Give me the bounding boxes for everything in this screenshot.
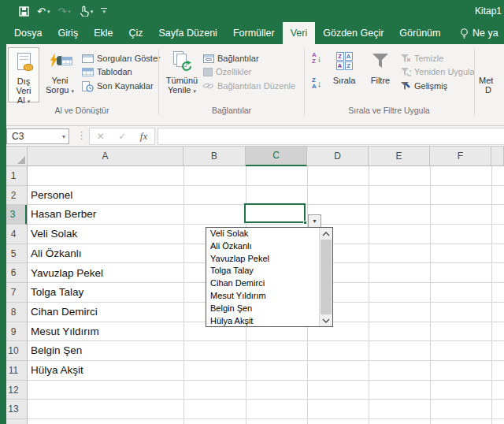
metni-label-1: Met [479, 76, 504, 85]
dropdown-item[interactable]: Mesut Yıldırım [206, 290, 319, 303]
tablodan-button[interactable]: Tablodan [82, 65, 132, 78]
show-queries-icon [82, 54, 94, 63]
dropdown-item[interactable]: Yavuzlap Pekel [206, 253, 319, 266]
sorgulari-goster-button[interactable]: Sorguları Göster [82, 52, 161, 65]
cell-a8[interactable]: Cihan Demirci [31, 303, 98, 322]
tab-sayfa-duzeni[interactable]: Sayfa Düzeni [151, 22, 225, 44]
dis-veri-caret-icon: ▾ [28, 99, 31, 104]
temizle-button[interactable]: Temizle [400, 52, 443, 65]
ribbon: Dış Veri Al ▾ Yeni Sorgu ▾ Sorguları Gös… [0, 44, 504, 126]
yeni-sorgu-button[interactable]: Yeni Sorgu ▾ [41, 47, 79, 102]
cell-a10[interactable]: Belgin Şen [31, 341, 82, 361]
connections-icon [203, 54, 214, 63]
yeniden-uygula-label: Yeniden Uygula [414, 67, 475, 76]
formula-input[interactable] [158, 128, 504, 145]
metni-sutunlara-button[interactable]: Met D [479, 47, 504, 102]
tab-veri[interactable]: Veri [283, 22, 316, 44]
customize-qat-button[interactable]: ▾ [101, 8, 107, 14]
tell-me-box[interactable]: Ne ya [459, 22, 504, 44]
baglantilari-duzenle-button[interactable]: Bağlantıları Düzenle [203, 80, 295, 92]
dis-veri-al-button[interactable]: Dış Veri Al ▾ [8, 47, 39, 102]
tab-gozden-gecir[interactable]: Gözden Geçir [315, 22, 391, 44]
son-kaynaklar-label: Son Kaynaklar [97, 81, 154, 91]
gridline [491, 166, 492, 424]
undo-button[interactable]: ↶ ▾ [37, 6, 50, 17]
baglantilar-button[interactable]: Bağlantılar [203, 52, 259, 65]
dropdown-item[interactable]: Ali Özkanlı [206, 240, 319, 253]
redo-caret-icon: ▾ [68, 9, 71, 14]
column-headers: A B C D E F [0, 147, 504, 166]
column-header-e[interactable]: E [369, 147, 430, 166]
tab-ciz[interactable]: Çiz [120, 22, 150, 44]
refresh-all-icon [162, 47, 202, 74]
cell-a11[interactable]: Hülya Akşit [31, 361, 83, 381]
group-label-sirala-ve-filtre: Sırala ve Filtre Uygula [306, 106, 472, 115]
tab-dosya[interactable]: Dosya [6, 22, 50, 44]
undo-icon: ↶ [37, 6, 46, 17]
cell-a2[interactable]: Personel [31, 186, 72, 206]
cell-a3[interactable]: Hasan Berber [31, 205, 96, 225]
cell-a6[interactable]: Yavuzlap Pekel [31, 264, 103, 284]
metni-label-2: D [479, 85, 504, 95]
dis-veri-label-2: Al [17, 95, 25, 105]
cell-a4[interactable]: Veli Solak [31, 225, 77, 244]
son-kaynaklar-button[interactable]: Son Kaynaklar [82, 80, 154, 92]
cell-a9[interactable]: Mesut Yıldırım [31, 322, 99, 342]
dropdown-scrollbar[interactable] [319, 228, 332, 326]
tab-formuller[interactable]: Formüller [225, 22, 283, 44]
undo-caret-icon[interactable]: ▾ [47, 9, 50, 14]
tumunu-yenile-caret-icon: ▾ [194, 88, 197, 94]
save-button[interactable] [19, 6, 29, 17]
group-divider [474, 49, 475, 115]
sirala-button[interactable]: Z A A Z Sırala [331, 47, 358, 102]
scrollbar-thumb[interactable] [321, 240, 332, 314]
scroll-down-button[interactable] [320, 314, 332, 326]
ozellikler-button[interactable]: Özellikler [203, 65, 251, 78]
dropdown-item[interactable]: Hülya Akşit [206, 315, 319, 328]
data-validation-dropdown-list: Veli Solak Ali Özkanlı Yavuzlap Pekel To… [206, 227, 333, 327]
cell-a5[interactable]: Ali Özkanlı [31, 244, 82, 264]
properties-icon [203, 68, 213, 76]
name-box[interactable]: C3 ▾ [6, 128, 69, 144]
yeniden-uygula-button[interactable]: Yeniden Uygula [400, 65, 475, 78]
enter-button[interactable]: ✓ [118, 131, 126, 142]
dropdown-item[interactable]: Belgin Şen [206, 303, 319, 315]
tumunu-yenile-label-2: Yenile [168, 85, 191, 95]
tab-giris[interactable]: Giriş [50, 22, 86, 44]
tab-ekle[interactable]: Ekle [86, 22, 120, 44]
gelismis-button[interactable]: Gelişmiş [400, 80, 447, 92]
insert-function-button[interactable]: fx [140, 130, 147, 143]
dropdown-item[interactable]: Cihan Demirci [206, 277, 319, 290]
sort-za-button[interactable]: ZA ↓ [312, 77, 321, 90]
dropdown-item[interactable]: Veli Solak [206, 228, 319, 240]
cell-a7[interactable]: Tolga Talay [31, 283, 83, 303]
group-label-al-ve-donustur: Al ve Dönüştür [6, 106, 158, 115]
filtre-button[interactable]: Filtre [367, 47, 394, 102]
dropdown-item[interactable]: Tolga Talay [206, 265, 319, 277]
column-header-a[interactable]: A [28, 147, 183, 166]
tumunu-yenile-button[interactable]: Tümünü Yenile ▾ [162, 47, 202, 102]
touch-mode-button[interactable]: ▾ [79, 6, 94, 17]
touch-mode-caret-icon: ▾ [91, 9, 94, 14]
column-header-f[interactable]: F [430, 147, 491, 166]
sort-az-button[interactable]: AZ ↓ [312, 52, 321, 65]
formula-bar-resize-handle[interactable]: ⋮ [76, 129, 87, 141]
name-box-caret-icon[interactable]: ▾ [62, 133, 65, 140]
from-table-icon [82, 68, 94, 76]
column-header-partial[interactable] [491, 147, 504, 166]
column-header-d[interactable]: D [307, 147, 369, 166]
scroll-down-icon [322, 318, 330, 323]
data-validation-dropdown-button[interactable]: ▼ [308, 214, 321, 228]
dropdown-items: Veli Solak Ali Özkanlı Yavuzlap Pekel To… [206, 228, 319, 326]
fill-handle[interactable] [303, 221, 307, 225]
column-header-c[interactable]: C [246, 147, 307, 166]
redo-button[interactable]: ↷ ▾ [57, 6, 70, 17]
cells-area[interactable]: Personel Hasan Berber Veli Solak Ali Özk… [28, 166, 504, 424]
cancel-button[interactable]: ✕ [97, 131, 105, 142]
formula-bar-row: C3 ▾ ⋮ ✕ ✓ fx [0, 126, 504, 147]
scroll-up-button[interactable] [320, 228, 332, 240]
column-header-b[interactable]: B [183, 147, 246, 166]
sirala-label: Sırala [331, 76, 358, 85]
selected-cell-c3[interactable] [244, 203, 306, 223]
tab-gorunum[interactable]: Görünüm [391, 22, 448, 44]
